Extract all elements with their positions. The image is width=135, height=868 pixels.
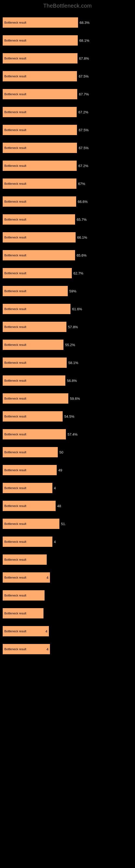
bar-series-label: Bottleneck result bbox=[3, 361, 26, 364]
bar-row: Bottleneck result67.2% bbox=[3, 107, 132, 117]
bar-row: Bottleneck result57.4% bbox=[3, 429, 132, 439]
category-label bbox=[3, 640, 132, 643]
bar-series-label: Bottleneck result bbox=[3, 272, 26, 275]
bar-group: Bottleneck result65.6% bbox=[3, 246, 132, 260]
bar-series-label: Bottleneck result bbox=[3, 21, 26, 24]
bar-series-label: Bottleneck result bbox=[3, 612, 26, 615]
bar-group: Bottleneck result68.1% bbox=[3, 31, 132, 45]
bar-group: Bottleneck result66.6% bbox=[3, 192, 132, 207]
bar-value-label: 57.4% bbox=[68, 432, 78, 436]
bar: Bottleneck result bbox=[3, 608, 43, 618]
bar-row: Bottleneck result66.6% bbox=[3, 196, 132, 207]
bar-series-label: Bottleneck result bbox=[3, 576, 26, 579]
bar-group: Bottleneck result57.4% bbox=[3, 425, 132, 439]
bar: Bottleneck result50 bbox=[3, 447, 58, 457]
bar-series-label: Bottleneck result bbox=[3, 39, 26, 42]
bar-row: Bottleneck result bbox=[3, 554, 132, 565]
bar-value-label: 66.1% bbox=[77, 236, 87, 240]
bar: Bottleneck result68.3% bbox=[3, 18, 78, 28]
bar-group: Bottleneck result4 bbox=[3, 622, 132, 637]
bar-series-label: Bottleneck result bbox=[3, 236, 26, 239]
bar-value-label: 54.5% bbox=[64, 414, 74, 418]
bar-value-label: 67.2% bbox=[78, 110, 88, 114]
bar-group: Bottleneck result49 bbox=[3, 461, 132, 475]
bar-group: Bottleneck result59.6% bbox=[3, 389, 132, 404]
bar-value-label: 57.8% bbox=[68, 325, 78, 329]
bar-series-label: Bottleneck result bbox=[3, 146, 26, 150]
category-label bbox=[3, 192, 132, 195]
bar-group: Bottleneck result bbox=[3, 586, 132, 600]
bar-row: Bottleneck result65.7% bbox=[3, 214, 132, 225]
bar-row: Bottleneck result67.5% bbox=[3, 143, 132, 153]
category-label bbox=[3, 120, 132, 124]
bar-row: Bottleneck result4 bbox=[3, 536, 132, 547]
category-label bbox=[3, 371, 132, 374]
bar-group: Bottleneck result66.1% bbox=[3, 228, 132, 243]
category-label bbox=[3, 317, 132, 321]
bar: Bottleneck result48 bbox=[3, 501, 56, 511]
bar-series-label: Bottleneck result bbox=[3, 218, 26, 221]
bar: Bottleneck result65.7% bbox=[3, 214, 75, 225]
bar-row: Bottleneck result54.5% bbox=[3, 411, 132, 422]
bar-series-label: Bottleneck result bbox=[3, 558, 26, 561]
bar: Bottleneck result67.5% bbox=[3, 143, 77, 153]
category-label bbox=[3, 31, 132, 34]
bar: Bottleneck result67.8% bbox=[3, 53, 78, 63]
bar-value-label: 4 bbox=[46, 647, 48, 651]
bar-group: Bottleneck result68.3% bbox=[3, 13, 132, 28]
bar-group: Bottleneck result62.7% bbox=[3, 264, 132, 278]
bar-group: Bottleneck result bbox=[3, 604, 132, 618]
bar: Bottleneck result56.8% bbox=[3, 375, 65, 386]
bar: Bottleneck result4 bbox=[3, 644, 50, 654]
bar: Bottleneck result66.1% bbox=[3, 232, 76, 243]
bar-value-label: 66.6% bbox=[78, 199, 88, 204]
category-label bbox=[3, 389, 132, 392]
bar: Bottleneck result67.7% bbox=[3, 89, 77, 99]
category-label bbox=[3, 49, 132, 52]
bar-group: Bottleneck result4 bbox=[3, 568, 132, 583]
category-label bbox=[3, 425, 132, 428]
bar-row: Bottleneck result67.2% bbox=[3, 161, 132, 171]
bar-group: Bottleneck result51. bbox=[3, 514, 132, 529]
bar-value-label: 68.1% bbox=[79, 38, 89, 42]
bar-series-label: Bottleneck result bbox=[3, 397, 26, 400]
bar-series-label: Bottleneck result bbox=[3, 540, 26, 543]
bar-value-label: 67.5% bbox=[79, 128, 89, 132]
category-label bbox=[3, 586, 132, 589]
category-label bbox=[3, 300, 132, 303]
bar: Bottleneck result55.2% bbox=[3, 340, 63, 350]
bar-value-label: 61.6% bbox=[72, 307, 82, 311]
bar-group: Bottleneck result67.8% bbox=[3, 49, 132, 63]
bar-value-label: 59.6% bbox=[70, 397, 80, 401]
bar-series-label: Bottleneck result bbox=[3, 128, 26, 131]
bar-value-label: 56.8% bbox=[67, 379, 77, 383]
category-label bbox=[3, 246, 132, 249]
bar-series-label: Bottleneck result bbox=[3, 594, 26, 597]
bar-group: Bottleneck result67.2% bbox=[3, 156, 132, 171]
bar: Bottleneck result49 bbox=[3, 465, 57, 475]
bar-row: Bottleneck result57.8% bbox=[3, 322, 132, 332]
category-label bbox=[3, 461, 132, 464]
bar-series-label: Bottleneck result bbox=[3, 504, 26, 507]
bar: Bottleneck result59.6% bbox=[3, 393, 68, 404]
category-label bbox=[3, 138, 132, 142]
bar: Bottleneck result67.2% bbox=[3, 161, 77, 171]
category-label bbox=[3, 85, 132, 88]
category-label bbox=[3, 478, 132, 482]
bar-group: Bottleneck result50 bbox=[3, 443, 132, 457]
bar-series-label: Bottleneck result bbox=[3, 307, 26, 311]
bar: Bottleneck result bbox=[3, 554, 47, 565]
bar: Bottleneck result61.6% bbox=[3, 304, 71, 314]
bar-value-label: 62.7% bbox=[74, 271, 83, 275]
bar: Bottleneck result4 bbox=[3, 536, 52, 547]
category-label bbox=[3, 156, 132, 159]
bar-group: Bottleneck result4 bbox=[3, 478, 132, 493]
bar-row: Bottleneck result48 bbox=[3, 501, 132, 511]
bar-row: Bottleneck result67.7% bbox=[3, 89, 132, 99]
bar-series-label: Bottleneck result bbox=[3, 486, 26, 490]
bar-group: Bottleneck result67% bbox=[3, 174, 132, 189]
category-label bbox=[3, 532, 132, 535]
bar: Bottleneck result65.6% bbox=[3, 250, 75, 260]
category-label bbox=[3, 604, 132, 607]
bar-series-label: Bottleneck result bbox=[3, 325, 26, 329]
